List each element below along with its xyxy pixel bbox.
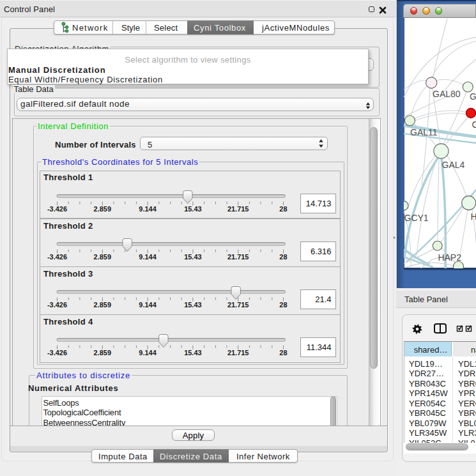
svg-text:28: 28 xyxy=(279,349,287,357)
svg-text:28: 28 xyxy=(279,302,287,309)
svg-text:2.859: 2.859 xyxy=(94,205,112,213)
svg-text:21.715: 21.715 xyxy=(227,205,249,213)
svg-text:9.144: 9.144 xyxy=(139,205,157,213)
svg-text:15.43: 15.43 xyxy=(184,302,202,309)
svg-text:GCY1: GCY1 xyxy=(404,213,429,223)
svg-text:GAL80: GAL80 xyxy=(433,89,461,99)
svg-text:21.715: 21.715 xyxy=(227,349,249,357)
svg-text:28: 28 xyxy=(279,205,287,213)
svg-text:21.715: 21.715 xyxy=(227,254,249,261)
svg-text:15.43: 15.43 xyxy=(184,254,202,261)
svg-text:2.859: 2.859 xyxy=(94,349,112,357)
svg-text:9.144: 9.144 xyxy=(139,254,157,261)
svg-text:21.715: 21.715 xyxy=(227,302,249,309)
svg-text:9.144: 9.144 xyxy=(139,302,157,309)
svg-text:-3.426: -3.426 xyxy=(47,302,67,309)
svg-text:15.43: 15.43 xyxy=(184,349,202,357)
svg-text:-3.426: -3.426 xyxy=(47,254,67,261)
svg-text:9.144: 9.144 xyxy=(139,349,157,357)
svg-text:GAL4: GAL4 xyxy=(442,160,465,170)
svg-text:15.43: 15.43 xyxy=(184,205,202,213)
svg-text:GA: GA xyxy=(470,91,476,102)
svg-text:2.859: 2.859 xyxy=(94,302,112,309)
svg-text:HAP2: HAP2 xyxy=(438,252,461,263)
svg-text:28: 28 xyxy=(279,254,287,261)
svg-text:GAL11: GAL11 xyxy=(410,127,438,137)
svg-text:H: H xyxy=(471,211,476,222)
svg-text:-3.426: -3.426 xyxy=(47,349,67,357)
svg-text:2.859: 2.859 xyxy=(94,254,112,261)
svg-text:-3.426: -3.426 xyxy=(47,205,67,213)
svg-text:C: C xyxy=(472,119,476,130)
